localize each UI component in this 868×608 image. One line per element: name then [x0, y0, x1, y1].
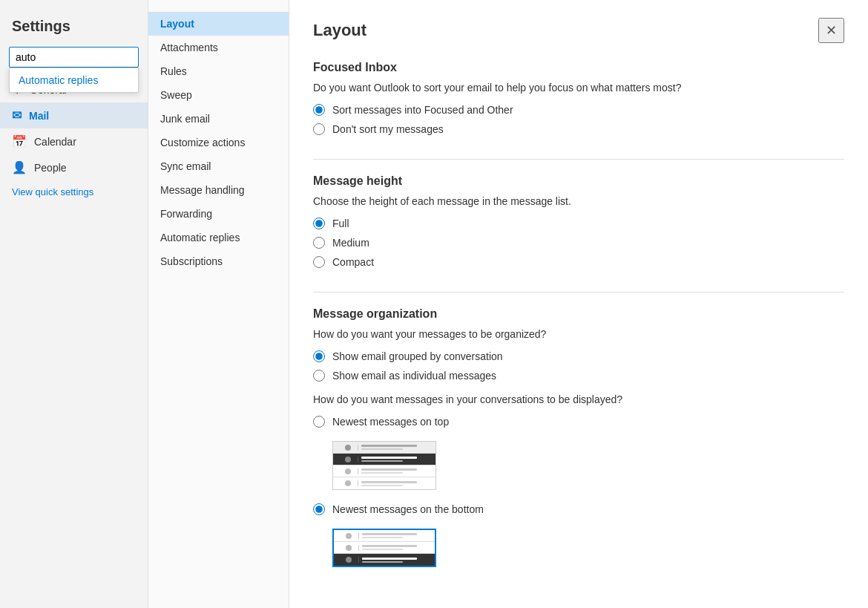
message-organization-section: Message organization How do you want you…	[313, 307, 844, 567]
divider-1	[313, 159, 844, 160]
mid-nav-item-layout[interactable]: Layout	[148, 12, 289, 36]
sidebar-item-people[interactable]: 👤 People	[0, 154, 148, 180]
mail-icon: ✉	[12, 108, 22, 122]
radio-newest-bottom[interactable]: Newest messages on the bottom	[313, 503, 844, 515]
search-input[interactable]	[9, 47, 139, 68]
mid-nav-item-rules[interactable]: Rules	[148, 59, 289, 83]
radio-medium-input[interactable]	[313, 237, 325, 249]
radio-grouped-input[interactable]	[313, 350, 325, 362]
message-organization-options-1: Show email grouped by conversation Show …	[313, 350, 844, 382]
diagram-newest-top	[332, 441, 436, 490]
autocomplete-item-automatic-replies[interactable]: Automatic replies	[10, 68, 138, 92]
mid-nav-item-subscriptions[interactable]: Subscriptions	[148, 249, 289, 273]
message-height-section: Message height Choose the height of each…	[313, 174, 844, 268]
mid-nav-item-sweep[interactable]: Sweep	[148, 83, 289, 107]
main-content: Layout ✕ Focused Inbox Do you want Outlo…	[289, 0, 868, 608]
radio-dont-sort-label: Don't sort my messages	[332, 123, 444, 135]
radio-medium[interactable]: Medium	[313, 237, 844, 249]
radio-sort-focused[interactable]: Sort messages into Focused and Other	[313, 104, 844, 116]
sidebar: Settings Automatic replies ⚙ General ✉ M…	[0, 0, 148, 608]
mid-nav: Layout Attachments Rules Sweep Junk emai…	[148, 0, 289, 608]
calendar-icon: 📅	[12, 134, 27, 148]
focused-inbox-options: Sort messages into Focused and Other Don…	[313, 104, 844, 135]
radio-medium-label: Medium	[332, 237, 369, 249]
mid-nav-item-customize-actions[interactable]: Customize actions	[148, 131, 289, 154]
radio-newest-bottom-label: Newest messages on the bottom	[332, 503, 484, 515]
radio-individual-label: Show email as individual messages	[332, 370, 496, 382]
radio-grouped[interactable]: Show email grouped by conversation	[313, 350, 844, 362]
mid-nav-item-forwarding[interactable]: Forwarding	[148, 202, 289, 226]
radio-sort-focused-input[interactable]	[313, 104, 325, 116]
radio-grouped-label: Show email grouped by conversation	[332, 350, 503, 362]
sidebar-item-mail[interactable]: ✉ Mail	[0, 102, 148, 128]
mid-nav-item-sync-email[interactable]: Sync email	[148, 154, 289, 178]
radio-newest-top-input[interactable]	[313, 416, 325, 428]
message-organization-desc-2: How do you want messages in your convers…	[313, 393, 844, 405]
diagram-newest-bottom	[332, 529, 436, 567]
search-container: Automatic replies	[9, 47, 139, 68]
focused-inbox-title: Focused Inbox	[313, 61, 844, 74]
radio-newest-top-label: Newest messages on top	[332, 416, 449, 428]
radio-compact-label: Compact	[332, 256, 374, 268]
radio-full-input[interactable]	[313, 218, 325, 229]
radio-full-label: Full	[332, 218, 349, 229]
message-organization-desc-1: How do you want your messages to be orga…	[313, 328, 844, 340]
message-height-options: Full Medium Compact	[313, 218, 844, 268]
radio-full[interactable]: Full	[313, 218, 844, 229]
close-button[interactable]: ✕	[818, 18, 844, 43]
mid-nav-item-attachments[interactable]: Attachments	[148, 36, 289, 59]
radio-dont-sort-input[interactable]	[313, 123, 325, 135]
sidebar-item-calendar-label: Calendar	[34, 136, 76, 148]
sidebar-item-mail-label: Mail	[29, 110, 49, 122]
radio-newest-top[interactable]: Newest messages on top	[313, 416, 844, 428]
focused-inbox-desc: Do you want Outlook to sort your email t…	[313, 82, 844, 94]
radio-individual[interactable]: Show email as individual messages	[313, 370, 844, 382]
mid-nav-item-automatic-replies[interactable]: Automatic replies	[148, 226, 289, 249]
message-height-desc: Choose the height of each message in the…	[313, 195, 844, 207]
radio-newest-bottom-input[interactable]	[313, 503, 325, 515]
settings-title: Settings	[0, 12, 148, 47]
sidebar-item-calendar[interactable]: 📅 Calendar	[0, 128, 148, 154]
view-quick-settings-link[interactable]: View quick settings	[0, 180, 148, 203]
focused-inbox-section: Focused Inbox Do you want Outlook to sor…	[313, 61, 844, 135]
divider-2	[313, 292, 844, 292]
radio-compact-input[interactable]	[313, 256, 325, 268]
radio-dont-sort[interactable]: Don't sort my messages	[313, 123, 844, 135]
radio-compact[interactable]: Compact	[313, 256, 844, 268]
main-header: Layout ✕	[313, 18, 844, 43]
message-height-title: Message height	[313, 174, 844, 188]
autocomplete-dropdown: Automatic replies	[9, 68, 139, 93]
mid-nav-item-junk-email[interactable]: Junk email	[148, 107, 289, 131]
message-organization-title: Message organization	[313, 307, 844, 321]
mid-nav-item-message-handling[interactable]: Message handling	[148, 178, 289, 202]
radio-individual-input[interactable]	[313, 370, 325, 382]
sidebar-item-people-label: People	[34, 162, 67, 174]
radio-sort-focused-label: Sort messages into Focused and Other	[332, 104, 513, 116]
people-icon: 👤	[12, 160, 27, 174]
message-organization-options-2: Newest messages on top	[313, 416, 844, 567]
page-title: Layout	[313, 21, 366, 40]
